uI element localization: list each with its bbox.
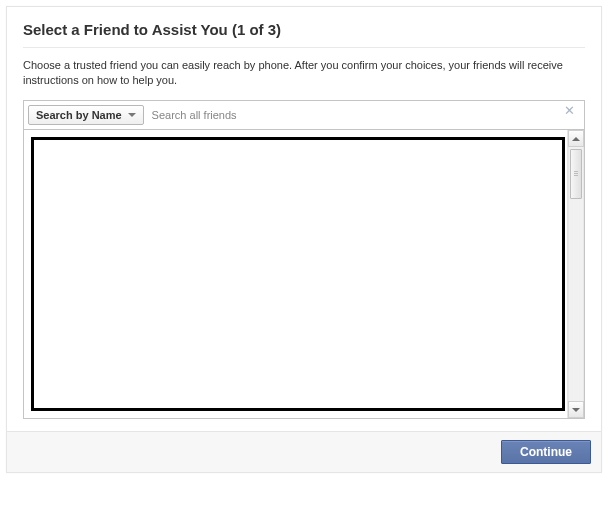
divider	[23, 47, 585, 48]
chevron-down-icon	[572, 408, 580, 412]
friend-picker: Search by Name ✕	[23, 100, 585, 419]
scroll-down-button[interactable]	[568, 401, 584, 418]
results-area[interactable]	[24, 130, 567, 418]
scroll-up-button[interactable]	[568, 130, 584, 147]
picker-body	[24, 130, 584, 418]
search-by-dropdown-label: Search by Name	[36, 109, 122, 121]
continue-button[interactable]: Continue	[501, 440, 591, 464]
results-highlight-frame	[31, 137, 565, 411]
picker-toolbar: Search by Name ✕	[24, 101, 584, 130]
dialog-footer: Continue	[7, 431, 601, 472]
page-title: Select a Friend to Assist You (1 of 3)	[23, 21, 585, 38]
close-icon: ✕	[564, 103, 575, 118]
instructions-text: Choose a trusted friend you can easily r…	[23, 58, 585, 88]
search-input[interactable]	[150, 104, 554, 126]
search-input-container	[144, 101, 560, 129]
clear-search-button[interactable]: ✕	[560, 101, 578, 119]
scrollbar-track[interactable]	[568, 147, 584, 401]
chevron-down-icon	[128, 113, 136, 117]
chevron-up-icon	[572, 137, 580, 141]
scrollbar-thumb[interactable]	[570, 149, 582, 199]
dialog: Select a Friend to Assist You (1 of 3) C…	[6, 6, 602, 473]
dialog-body: Select a Friend to Assist You (1 of 3) C…	[7, 7, 601, 431]
search-by-dropdown[interactable]: Search by Name	[28, 105, 144, 125]
scrollbar[interactable]	[567, 130, 584, 418]
